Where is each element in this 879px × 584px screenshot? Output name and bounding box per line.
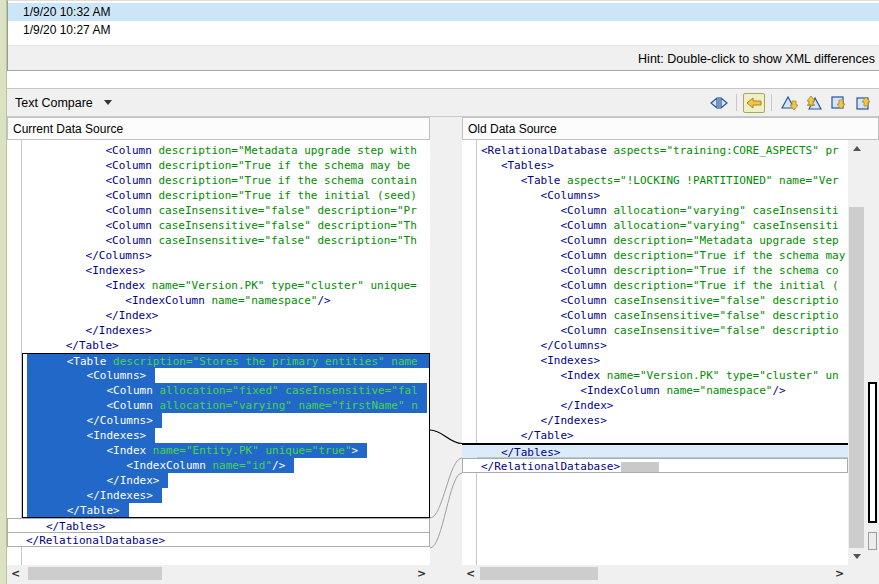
- code-token: <Index: [105, 279, 151, 292]
- right-vertical-scrollbar[interactable]: [848, 140, 866, 565]
- compare-header: Text Compare: [7, 88, 879, 117]
- code-line-content: <Column allocation="varying" caseInsensi…: [481, 203, 839, 218]
- code-line: <Column description="True if the schema …: [22, 158, 430, 173]
- code-token: caseInsensitive="false" descriptio: [613, 324, 838, 337]
- history-row[interactable]: 1/9/20 10:27 AM: [8, 21, 879, 39]
- window-edge-strip: [0, 0, 7, 584]
- code-token: <Indexes>: [87, 429, 147, 442]
- code-line: <Indexes>: [22, 263, 430, 278]
- code-token: <Column: [560, 279, 613, 292]
- left-editor[interactable]: <Column description="Metadata upgrade st…: [22, 140, 430, 565]
- code-line: </Table>: [477, 428, 848, 443]
- triangle-up-icon: [853, 146, 861, 151]
- code-line: <Column caseInsensitive="false" descript…: [22, 233, 430, 248]
- code-token: description="True if the initial (: [613, 279, 838, 292]
- swap-left-and-right-view-button[interactable]: [708, 93, 730, 113]
- horizontal-scrollbar-thumb[interactable]: [28, 567, 162, 580]
- code-line-content: </Columns>: [26, 248, 152, 263]
- right-editor[interactable]: <RelationalDatabase aspects="training:CO…: [477, 140, 848, 565]
- code-line-content: <Column description="True if the schema …: [481, 248, 845, 263]
- code-token: <Index: [560, 369, 606, 382]
- code-line-content: </Table>: [481, 428, 574, 443]
- code-token: </Indexes>: [541, 414, 607, 427]
- code-token: </Index>: [106, 474, 159, 487]
- code-token: <Table: [521, 174, 567, 187]
- overview-change-marker[interactable]: [868, 532, 877, 550]
- code-token: </Indexes>: [87, 489, 153, 502]
- code-token: aspects="training:CORE_ASPECTS" pr: [613, 144, 838, 157]
- code-token: >: [352, 444, 359, 457]
- code-token: <Table: [67, 355, 113, 368]
- horizontal-scrollbar-thumb[interactable]: [480, 567, 598, 580]
- scroll-right-arrow[interactable]: >: [413, 565, 430, 582]
- code-line: <Column caseInsensitive="false" descript…: [477, 323, 848, 338]
- code-line-content: </Index>: [481, 398, 613, 413]
- code-token: />: [317, 294, 330, 307]
- code-token: name="id": [212, 459, 272, 472]
- code-line: <Column caseInsensitive="false" descript…: [477, 293, 848, 308]
- right-horizontal-scrollbar[interactable]: < >: [462, 565, 848, 582]
- view-selector-dropdown[interactable]: Text Compare: [15, 96, 112, 110]
- scroll-up-arrow[interactable]: [848, 140, 866, 157]
- previous-change-button[interactable]: [853, 93, 875, 113]
- code-token: <Column: [105, 189, 158, 202]
- scroll-left-arrow[interactable]: <: [462, 565, 479, 582]
- code-line-content: <Tables>: [481, 158, 554, 173]
- code-token: </RelationalDatabase>: [481, 460, 620, 473]
- next-change-button[interactable]: [828, 93, 850, 113]
- code-line-content: <Table description="Stores the primary e…: [27, 354, 430, 368]
- diff-box-gutter-stub: [7, 532, 22, 547]
- code-token: <Column: [105, 174, 158, 187]
- code-line-content: </Indexes>: [26, 323, 152, 338]
- code-token: <IndexColumn: [126, 459, 212, 472]
- code-line-content: <Columns>: [481, 188, 600, 203]
- chevron-down-icon: [104, 100, 112, 105]
- code-line: <Indexes>: [22, 428, 430, 443]
- code-token: <Indexes>: [86, 264, 146, 277]
- code-line: </Index>: [22, 308, 430, 323]
- code-line-content: <Column description="True if the initial…: [26, 188, 417, 203]
- scroll-left-arrow[interactable]: <: [7, 565, 24, 582]
- code-token: </Index>: [560, 399, 613, 412]
- copy-all-right-to-left-button[interactable]: [743, 93, 765, 113]
- code-token: <Columns>: [541, 189, 601, 202]
- left-horizontal-scrollbar[interactable]: < >: [7, 565, 430, 582]
- code-line: <Index name="Entity.PK" unique="true">: [22, 443, 430, 458]
- code-token: allocation="varying" caseInsensiti: [613, 204, 838, 217]
- history-row[interactable]: 1/9/20 10:32 AM: [8, 3, 879, 21]
- code-line-content: <Table aspects="!LOCKING !PARTITIONED" n…: [481, 173, 839, 188]
- code-token: <Column: [560, 234, 613, 247]
- code-line: </Table>: [22, 503, 430, 518]
- scroll-right-arrow[interactable]: >: [831, 565, 848, 582]
- code-token: <Column: [105, 159, 158, 172]
- code-token: <Column: [105, 144, 158, 157]
- history-timestamp: 1/9/20 10:32 AM: [23, 5, 110, 19]
- code-line: <Columns>: [22, 368, 430, 383]
- code-line-content: </Tables>: [26, 519, 105, 533]
- toolbar-separator: [736, 94, 737, 111]
- code-line: <Indexes>: [477, 353, 848, 368]
- code-token: />: [272, 459, 285, 472]
- vertical-scrollbar-thumb[interactable]: [849, 207, 864, 548]
- code-line: <Column description="True if the schema …: [477, 248, 848, 263]
- code-line: <Column description="Metadata upgrade st…: [477, 233, 848, 248]
- scroll-down-arrow[interactable]: [848, 548, 866, 565]
- code-token: description="True if the schema may be: [158, 159, 410, 172]
- code-line: <Column allocation="varying" caseInsensi…: [477, 218, 848, 233]
- code-token: caseInsensitive="false" description="Pr: [158, 204, 416, 217]
- code-token: <Column: [105, 204, 158, 217]
- previous-change-icon: [855, 95, 873, 111]
- code-line-content: <Index name="Version.PK" type="cluster" …: [481, 368, 839, 383]
- code-line: <Table description="Stores the primary e…: [22, 353, 430, 368]
- code-token: allocation="fixed" caseInsensitive="fal: [159, 384, 417, 397]
- next-difference-button[interactable]: [778, 93, 800, 113]
- code-line: <Columns>: [477, 188, 848, 203]
- code-token: <Columns>: [87, 369, 147, 382]
- code-line-content: <Column caseInsensitive="false" descript…: [26, 233, 417, 248]
- overview-diff-marker[interactable]: [868, 382, 877, 523]
- code-token: description="Metadata upgrade step: [613, 234, 838, 247]
- code-token: name="namespace": [211, 294, 317, 307]
- previous-difference-button[interactable]: [803, 93, 825, 113]
- code-line: <Column description="True if the schema …: [477, 263, 848, 278]
- code-line: <Column description="True if the initial…: [477, 278, 848, 293]
